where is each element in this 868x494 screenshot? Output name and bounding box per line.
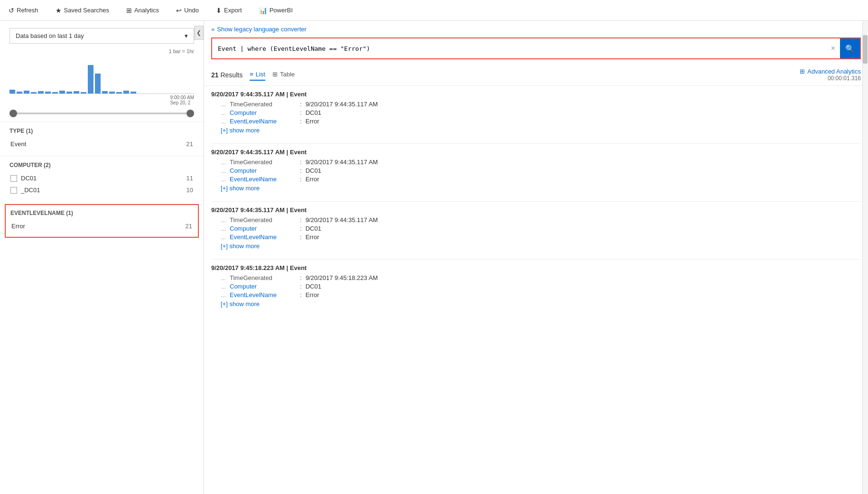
collapse-button[interactable]: ❮ (194, 26, 204, 40)
results-list: 9/20/2017 9:44:35.117 AM | Event … TimeG… (204, 86, 868, 494)
field-value-timegenerated: 9/20/2017 9:44:35.117 AM (306, 216, 378, 224)
field-separator: : (300, 109, 302, 116)
slider-thumb-right[interactable] (187, 110, 194, 117)
field-value-timegenerated: 9/20/2017 9:44:35.117 AM (306, 101, 378, 108)
field-name-eventlevelname[interactable]: EventLevelName (230, 118, 296, 125)
result-header-4: 9/20/2017 9:45:18.223 AM | Event (211, 264, 861, 271)
field-name-eventlevelname[interactable]: EventLevelName (230, 291, 296, 298)
computer-dc01u-checkbox[interactable] (10, 187, 17, 194)
field-separator: : (300, 274, 302, 281)
field-separator: : (300, 118, 302, 125)
field-name-computer[interactable]: Computer (230, 283, 296, 290)
aa-icon: ⊞ (800, 68, 805, 75)
show-legacy-button[interactable]: » Show legacy language converter (211, 26, 861, 33)
analytics-label: Analytics (134, 7, 159, 14)
field-value-eventlevelname: Error (306, 291, 319, 298)
tab-list[interactable]: ≡ List (250, 69, 265, 81)
show-more-link-4[interactable]: [+] show more (221, 300, 861, 308)
field-name-eventlevelname[interactable]: EventLevelName (230, 233, 296, 241)
chart-bar (74, 91, 79, 93)
view-tabs: ≡ List ⊞ Table (250, 69, 295, 81)
expand-icon: … (221, 275, 226, 281)
results-right: ⊞ Advanced Analytics 00:00:01.316 (800, 68, 861, 82)
field-separator: : (300, 216, 302, 224)
eventlevelname-error-row[interactable]: Error 21 (10, 220, 193, 232)
show-more-link-1[interactable]: [+] show more (221, 127, 861, 134)
eventlevelname-error-label: Error (11, 223, 25, 230)
time-range-label: Data based on last 1 day (16, 32, 84, 39)
computer-dc01-count: 11 (187, 175, 193, 182)
download-icon: ⬇ (216, 7, 222, 14)
field-name-computer[interactable]: Computer (230, 167, 296, 174)
chart-bar (45, 92, 51, 93)
field-name-computer[interactable]: Computer (230, 225, 296, 232)
range-slider[interactable] (9, 112, 194, 114)
field-value-computer: DC01 (306, 109, 321, 116)
result-field: … TimeGenerated : 9/20/2017 9:44:35.117 … (211, 158, 861, 166)
eventlevelname-error-left: Error (11, 223, 25, 230)
chart-bar (38, 91, 44, 93)
expand-icon: … (221, 292, 226, 298)
chart-bar (9, 90, 15, 93)
chart-bar (131, 92, 136, 93)
type-event-count: 21 (187, 140, 193, 148)
field-separator: : (300, 233, 302, 241)
field-value-eventlevelname: Error (306, 176, 319, 183)
result-field: … Computer : DC01 (211, 167, 861, 174)
field-name-computer[interactable]: Computer (230, 109, 296, 116)
expand-icon: … (221, 119, 226, 124)
field-name-eventlevelname[interactable]: EventLevelName (230, 176, 296, 183)
tab-table[interactable]: ⊞ Table (272, 69, 295, 81)
field-name-timegenerated: TimeGenerated (230, 274, 296, 281)
field-value-computer: DC01 (306, 225, 321, 232)
slider-track (9, 112, 194, 114)
result-item: 9/20/2017 9:45:18.223 AM | Event … TimeG… (211, 264, 861, 308)
saved-searches-button[interactable]: ★ Saved Searches (52, 5, 113, 16)
export-button[interactable]: ⬇ Export (212, 5, 246, 16)
query-search-button[interactable]: 🔍 (840, 38, 860, 58)
search-icon: 🔍 (845, 44, 855, 53)
computer-dc01-label: DC01 (21, 175, 37, 182)
type-filter-row[interactable]: Event 21 (9, 138, 194, 150)
chart-bar (17, 92, 22, 93)
type-filter-section: TYPE (1) Event 21 (0, 121, 204, 156)
advanced-analytics-button[interactable]: ⊞ Advanced Analytics (800, 68, 861, 75)
results-count: 21 Results (211, 71, 243, 79)
result-header-3: 9/20/2017 9:44:35.117 AM | Event (211, 206, 861, 214)
slider-thumb-left[interactable] (9, 110, 17, 117)
show-more-link-3[interactable]: [+] show more (221, 242, 861, 250)
computer-filter-dc01-row[interactable]: DC01 11 (9, 172, 194, 184)
chart-bar (66, 92, 72, 93)
undo-icon: ↩ (176, 7, 182, 14)
computer-dc01-checkbox[interactable] (10, 175, 17, 182)
chart-label: 1 bar = 1hr (9, 48, 194, 54)
result-divider (211, 259, 861, 260)
query-clear-button[interactable]: × (826, 44, 840, 53)
right-scrollbar[interactable] (862, 21, 868, 494)
field-separator: : (300, 176, 302, 183)
refresh-icon: ↺ (9, 7, 14, 14)
field-value-eventlevelname: Error (306, 118, 319, 125)
time-range-dropdown[interactable]: Data based on last 1 day ▾ (9, 28, 194, 44)
results-header: 21 Results ≡ List ⊞ Table (204, 64, 868, 86)
analytics-button[interactable]: ⊞ Analytics (122, 5, 163, 16)
result-item: 9/20/2017 9:44:35.117 AM | Event … TimeG… (211, 206, 861, 250)
chart-area: 1 bar = 1hr (9, 48, 194, 105)
show-more-link-2[interactable]: [+] show more (221, 185, 861, 192)
right-panel: » Show legacy language converter × 🔍 21 … (204, 21, 868, 494)
powerbi-button[interactable]: 📊 PowerBI (255, 5, 297, 16)
computer-filter-dc01u-row[interactable]: _DC01 10 (9, 184, 194, 196)
result-field: … EventLevelName : Error (211, 233, 861, 241)
chart-xaxis-label: 9:00:00 AMSep 20, 2 (170, 95, 194, 105)
undo-button[interactable]: ↩ Undo (172, 5, 203, 16)
chart-bar (123, 91, 129, 93)
result-item: 9/20/2017 9:44:35.117 AM | Event … TimeG… (211, 149, 861, 192)
scrollbar-thumb[interactable] (863, 35, 868, 64)
saved-searches-label: Saved Searches (64, 7, 109, 14)
refresh-button[interactable]: ↺ Refresh (5, 5, 42, 16)
field-separator: : (300, 225, 302, 232)
query-input[interactable] (212, 40, 826, 57)
field-name-timegenerated: TimeGenerated (230, 158, 296, 166)
eventlevelname-filter-title: EVENTLEVELNAME (1) (10, 210, 193, 216)
expand-icon: … (221, 177, 226, 182)
